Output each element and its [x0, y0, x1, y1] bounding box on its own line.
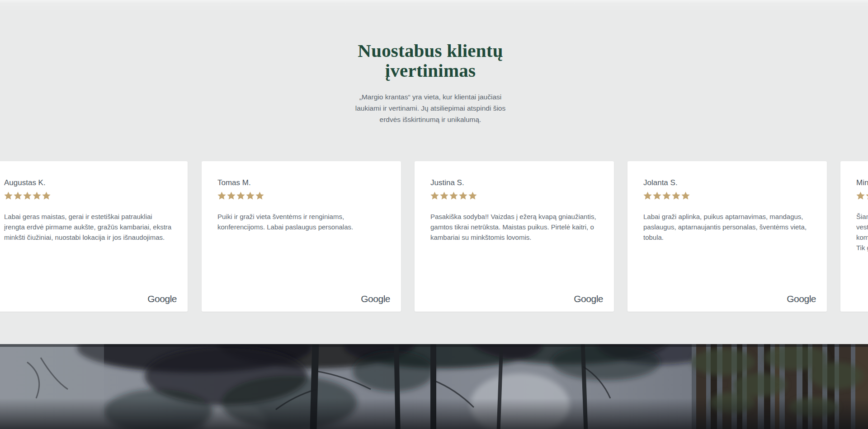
star-icon — [246, 191, 255, 200]
review-text: Pasakiška sodyba!! Vaizdas į ežerą kvapą… — [430, 211, 598, 242]
review-text: Puiki ir graži vieta šventėms ir rengini… — [217, 211, 385, 232]
forest-photo — [0, 344, 868, 429]
review-text-line: vest — [856, 222, 868, 232]
review-card-justina[interactable]: Justina S. Pasakiška sodyba!! Vaizdas į … — [415, 161, 614, 312]
star-rating — [643, 191, 811, 200]
google-logo[interactable]: Google — [787, 294, 816, 304]
google-logo[interactable]: Google — [574, 294, 603, 304]
star-icon — [672, 191, 680, 200]
review-text: Šian vest kom Tik g — [856, 211, 868, 253]
star-icon — [33, 191, 41, 200]
google-logo[interactable]: Google — [147, 294, 177, 304]
review-card-partial[interactable]: Min Šian vest kom Tik g — [840, 161, 868, 312]
star-icon — [856, 191, 865, 200]
star-icon — [236, 191, 245, 200]
review-text-line: kom — [856, 232, 868, 242]
testimonials-section: Nuostabus klientų įvertinimas „Margio kr… — [0, 0, 868, 344]
review-text: Labai geras maistas, gerai ir estetiškai… — [4, 211, 172, 242]
review-text-line: Tik g — [856, 242, 868, 253]
star-rating — [856, 191, 868, 200]
reviewer-name: Min — [856, 178, 868, 187]
review-text: Labai graži aplinka, puikus aptarnavimas… — [643, 211, 811, 242]
star-icon — [227, 191, 236, 200]
reviewer-name: Tomas M. — [217, 178, 385, 187]
star-rating — [4, 191, 172, 200]
star-icon — [449, 191, 458, 200]
review-card-jolanta[interactable]: Jolanta S. Labai graži aplinka, puikus a… — [627, 161, 827, 312]
reviewer-name: Jolanta S. — [643, 178, 811, 187]
star-icon — [14, 191, 22, 200]
reviewer-name: Augustas K. — [4, 178, 172, 187]
review-card-tomas[interactable]: Tomas M. Puiki ir graži vieta šventėms i… — [202, 161, 401, 312]
star-icon — [866, 191, 868, 200]
star-icon — [430, 191, 439, 200]
reviewer-name: Justina S. — [430, 178, 598, 187]
star-icon — [459, 191, 467, 200]
google-logo[interactable]: Google — [361, 294, 390, 304]
star-icon — [42, 191, 51, 200]
reviews-carousel: Augustas K. Labai geras maistas, gerai i… — [0, 0, 868, 344]
star-icon — [681, 191, 690, 200]
star-icon — [23, 191, 32, 200]
review-text-line: Šian — [856, 211, 868, 222]
star-rating — [217, 191, 385, 200]
review-card-augustas[interactable]: Augustas K. Labai geras maistas, gerai i… — [0, 161, 188, 312]
star-icon — [653, 191, 661, 200]
star-icon — [4, 191, 13, 200]
star-icon — [255, 191, 264, 200]
star-icon — [440, 191, 448, 200]
star-icon — [468, 191, 477, 200]
star-icon — [643, 191, 652, 200]
star-icon — [662, 191, 671, 200]
star-icon — [217, 191, 226, 200]
star-rating — [430, 191, 598, 200]
forest-photo-illustration — [0, 344, 868, 429]
